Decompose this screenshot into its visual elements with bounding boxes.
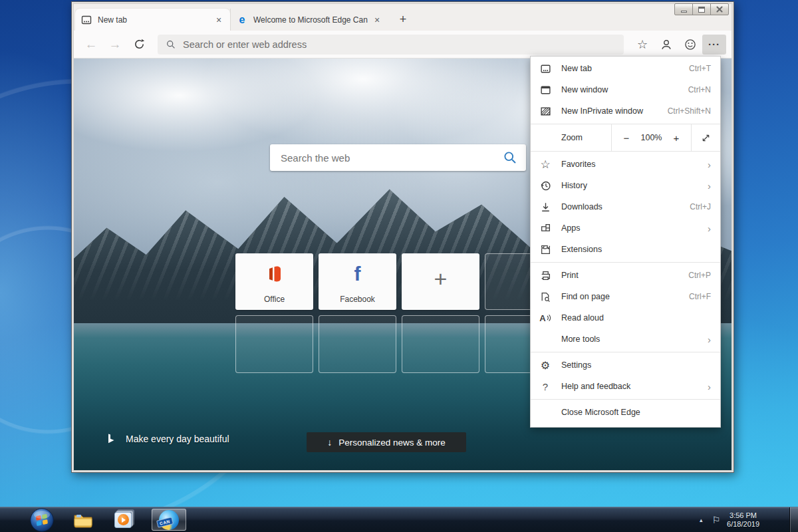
tile-label: Facebook	[340, 295, 375, 304]
zoom-label: Zoom	[531, 124, 611, 151]
menu-item-more-tools[interactable]: More tools ›	[531, 329, 720, 350]
back-button[interactable]: ←	[79, 34, 103, 55]
bing-icon	[106, 433, 116, 444]
gear-icon: ⚙	[539, 359, 552, 372]
clock-time: 3:56 PM	[727, 511, 759, 520]
menu-item-history[interactable]: History ›	[531, 175, 720, 196]
chevron-right-icon: ›	[708, 381, 711, 392]
smiley-icon	[684, 39, 696, 51]
tab-new-tab[interactable]: New tab ×	[75, 9, 230, 31]
tile-facebook[interactable]: f Facebook	[319, 253, 396, 310]
tray-show-hidden-icons[interactable]: ▴	[697, 514, 706, 526]
menu-item-apps[interactable]: Apps ›	[531, 217, 720, 239]
downloads-icon	[539, 201, 552, 213]
new-tab-page-icon	[80, 14, 92, 26]
window-minimize-button[interactable]	[674, 3, 693, 15]
new-tab-button[interactable]: +	[394, 10, 412, 29]
menu-divider	[531, 262, 720, 263]
read-aloud-icon: A	[539, 313, 552, 323]
extensions-icon	[539, 244, 552, 255]
zoom-out-button[interactable]: −	[620, 132, 633, 144]
search-icon	[166, 40, 176, 49]
tab-label: Welcome to Microsoft Edge Can	[253, 15, 371, 25]
action-center-flag-icon[interactable]: ⚐	[712, 515, 721, 525]
bing-branding: Make every day beautiful	[106, 433, 229, 444]
print-icon	[539, 270, 552, 281]
fullscreen-icon	[701, 133, 711, 143]
clock-date: 6/18/2019	[727, 520, 759, 529]
tile-placeholder	[319, 315, 396, 373]
tab-close-icon[interactable]: ×	[371, 14, 383, 26]
person-icon	[660, 39, 672, 51]
profile-button[interactable]	[654, 35, 678, 55]
edge-canary-icon: CAN	[159, 510, 179, 530]
tab-welcome-edge[interactable]: e Welcome to Microsoft Edge Can ×	[230, 9, 388, 31]
window-maximize-button[interactable]	[692, 3, 711, 15]
show-desktop-button[interactable]	[789, 507, 798, 532]
new-tab-icon	[539, 63, 552, 74]
address-input[interactable]	[183, 39, 615, 50]
menu-item-favorites[interactable]: ☆ Favorites ›	[531, 154, 720, 175]
taskbar-clock[interactable]: 3:56 PM 6/18/2019	[727, 511, 763, 529]
favorites-button[interactable]: ☆	[630, 35, 654, 55]
menu-item-settings[interactable]: ⚙ Settings	[531, 354, 720, 376]
search-icon	[503, 151, 517, 164]
taskbar-edge-canary-button[interactable]: CAN	[152, 509, 186, 531]
plus-icon: +	[434, 253, 448, 304]
fullscreen-button[interactable]	[691, 124, 720, 151]
web-search-input[interactable]	[281, 152, 503, 164]
taskbar: CAN ▴ ⚐ 3:56 PM 6/18/2019	[0, 507, 798, 532]
window-controls	[675, 3, 729, 15]
feedback-button[interactable]	[678, 35, 702, 55]
inprivate-icon	[539, 106, 552, 117]
news-button-label: Personalized news & more	[338, 438, 446, 448]
chevron-right-icon: ›	[708, 180, 711, 192]
tile-add-site[interactable]: +	[402, 253, 479, 310]
edge-favicon: e	[236, 14, 248, 26]
menu-item-close-microsoft-edge[interactable]: Close Microsoft Edge	[531, 402, 720, 423]
taskbar-explorer-button[interactable]	[72, 509, 94, 531]
menu-item-print[interactable]: Print Ctrl+P	[531, 265, 720, 286]
tab-close-icon[interactable]: ×	[213, 14, 225, 26]
menu-item-extensions[interactable]: Extensions	[531, 239, 720, 260]
maximize-icon	[698, 7, 705, 13]
chevron-right-icon: ›	[708, 334, 711, 345]
toolbar: ← → ☆ ···	[74, 31, 732, 59]
windows-logo-icon	[29, 507, 55, 532]
media-player-icon	[114, 512, 132, 528]
system-tray: ▴ ⚐ 3:56 PM 6/18/2019	[697, 507, 763, 532]
chevron-right-icon: ›	[708, 159, 711, 170]
settings-and-more-button[interactable]: ···	[702, 35, 726, 55]
web-search-box[interactable]	[270, 144, 526, 171]
menu-item-read-aloud[interactable]: A Read aloud	[531, 307, 720, 329]
tile-office[interactable]: Office	[235, 253, 313, 310]
menu-zoom-row: Zoom − 100% +	[531, 124, 720, 152]
tile-placeholder	[235, 315, 313, 373]
forward-button[interactable]: →	[103, 34, 127, 55]
office-icon	[265, 253, 284, 295]
zoom-in-button[interactable]: +	[670, 132, 683, 144]
menu-item-new-window[interactable]: New window Ctrl+N	[531, 79, 720, 100]
start-button[interactable]	[29, 507, 55, 532]
address-bar[interactable]	[158, 35, 624, 55]
toolbar-right: ☆ ···	[630, 35, 726, 55]
edge-menu: New tab Ctrl+T New window Ctrl+N New InP…	[530, 56, 721, 428]
taskbar-media-player-button[interactable]	[112, 509, 134, 531]
new-window-icon	[539, 84, 552, 96]
tab-label: New tab	[98, 15, 213, 25]
menu-item-downloads[interactable]: Downloads Ctrl+J	[531, 196, 720, 217]
personalized-news-button[interactable]: ↓ Personalized news & more	[307, 432, 466, 452]
tile-placeholder	[402, 315, 479, 373]
window-close-button[interactable]	[710, 3, 729, 15]
menu-item-new-inprivate-window[interactable]: New InPrivate window Ctrl+Shift+N	[531, 100, 720, 122]
bing-tagline: Make every day beautiful	[126, 434, 229, 444]
facebook-icon: f	[354, 253, 361, 295]
menu-item-find-on-page[interactable]: Find on page Ctrl+F	[531, 286, 720, 307]
refresh-button[interactable]	[127, 34, 151, 55]
minimize-icon	[681, 11, 687, 13]
tab-strip: New tab × e Welcome to Microsoft Edge Ca…	[74, 4, 732, 31]
menu-item-new-tab[interactable]: New tab Ctrl+T	[531, 58, 720, 79]
close-icon	[716, 6, 724, 13]
apps-icon	[539, 223, 552, 234]
menu-item-help-and-feedback[interactable]: ? Help and feedback ›	[531, 376, 720, 397]
